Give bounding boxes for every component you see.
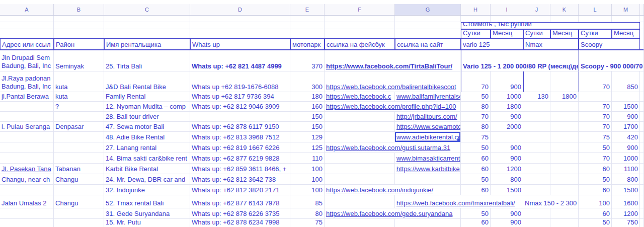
cell-L[interactable]: 100 <box>579 195 612 208</box>
cell-E[interactable]: мотопарк <box>290 38 325 50</box>
cell-F[interactable]: https://web.facebook.com/balirentalbikes… <box>325 71 461 92</box>
cell-C[interactable]: 12. Nyoman Mudita – comp <box>104 102 190 112</box>
cell-N[interactable] <box>640 71 644 92</box>
cell-D[interactable]: Whats up: +62 812 3642 738 <box>190 174 290 185</box>
cell-L[interactable]: 60 <box>579 185 612 195</box>
column-header-H[interactable]: H <box>461 4 491 15</box>
cell-C[interactable]: 32. Indojunke <box>104 185 190 195</box>
cell-F[interactable]: https://web.facebook.com/indojunkie/ <box>325 185 461 195</box>
cell-C[interactable]: 52. Tmax rental Bali <box>104 195 190 208</box>
cell-L[interactable]: Сутки <box>579 29 612 38</box>
cell-N[interactable] <box>640 29 644 38</box>
fill-handle[interactable] <box>457 139 460 142</box>
column-header-J[interactable]: J <box>523 4 550 15</box>
cell-D[interactable] <box>190 16 290 22</box>
cell-H[interactable]: 70 <box>461 112 491 122</box>
cell-D[interactable]: Whats up: +62 878 6226 3735 <box>190 208 290 219</box>
cell-E[interactable]: 150 <box>290 112 325 122</box>
cell-K[interactable] <box>550 122 579 132</box>
cell-J[interactable] <box>523 102 550 112</box>
cell-E[interactable]: 150 <box>290 122 325 132</box>
cell-A[interactable]: l. Pulau Seranga <box>0 122 54 132</box>
cell-G[interactable]: https://www.sewamoto <box>395 122 461 132</box>
cell-M[interactable]: 750 <box>612 219 640 227</box>
cell-E[interactable]: 110 <box>290 153 325 164</box>
cell-K[interactable] <box>550 153 579 164</box>
cell-C[interactable]: 25. Tirta Bali <box>104 50 190 71</box>
cell-K[interactable] <box>550 219 579 227</box>
cell-H[interactable]: vario 125 <box>461 38 523 50</box>
cell-B[interactable]: Denpasar <box>54 122 104 132</box>
cell-C[interactable]: J&D Bali Rental Bike <box>104 71 190 92</box>
cell-J[interactable] <box>523 185 550 195</box>
cell-M[interactable]: 900 <box>612 142 640 153</box>
cell-H[interactable]: 60 <box>461 219 491 227</box>
cell-F[interactable]: https://web.facebook.c <box>325 92 395 102</box>
column-header-B[interactable]: B <box>54 4 104 15</box>
cell-M[interactable]: Месяц <box>612 29 640 38</box>
cell-G[interactable]: www.balifamilyrentalse <box>395 92 461 102</box>
cell-K[interactable] <box>550 174 579 185</box>
cell-N[interactable] <box>640 38 644 50</box>
cell-L[interactable]: Scoopy - 900 000/70 R <box>579 50 644 71</box>
cell-L[interactable]: 75 <box>579 132 612 142</box>
cell-J[interactable]: Nmax 150 - 2 300 <box>523 195 579 208</box>
cell-A[interactable] <box>0 22 54 29</box>
cell-L[interactable]: 70 <box>579 153 612 164</box>
cell-A[interactable]: Jalan Umalas 2 <box>0 195 54 208</box>
cell-M[interactable]: 1700 <box>612 122 640 132</box>
cell-E[interactable]: 160 <box>290 102 325 112</box>
cell-E[interactable]: 100 <box>290 164 325 174</box>
cell-E[interactable]: 100 <box>290 174 325 185</box>
cell-B[interactable] <box>54 22 104 29</box>
cell-D[interactable]: Whats up: +62 877 6219 9828 <box>190 153 290 164</box>
cell-J[interactable] <box>523 112 550 122</box>
cell-C[interactable]: 31. Gede Suryandana <box>104 208 190 219</box>
cell-D[interactable]: Whats up: +62 878 6234 7998 <box>190 219 290 227</box>
cell-F[interactable] <box>325 29 395 38</box>
cell-L[interactable]: 60 <box>579 164 612 174</box>
cell-D[interactable] <box>190 22 290 29</box>
cell-M[interactable]: 1500 <box>612 185 640 195</box>
column-header-F[interactable]: F <box>325 4 395 15</box>
cell-J[interactable] <box>523 122 550 132</box>
cell-B[interactable] <box>54 112 104 122</box>
cell-H[interactable]: 60 <box>461 164 491 174</box>
cell-N[interactable] <box>640 208 644 219</box>
cell-C[interactable]: 15. Mr. Putu <box>104 219 190 227</box>
cell-J[interactable]: Nmax <box>523 38 579 50</box>
cell-G[interactable]: https://www.karbitbike <box>395 164 461 174</box>
cell-F[interactable] <box>325 22 395 29</box>
cell-G[interactable]: www.bimasakticarrent <box>395 153 461 164</box>
cell-H[interactable]: 50 <box>461 208 491 219</box>
cell-F[interactable]: https://web.facebook.com/gusti.sutarma.3… <box>325 142 461 153</box>
cell-G[interactable]: https://web.facebook.com/tmaxrentalbali/ <box>395 195 523 208</box>
cell-F[interactable]: https://web.facebook.com/profile.php?id=… <box>325 102 461 112</box>
cell-A[interactable] <box>0 112 54 122</box>
cell-I[interactable]: 900 <box>491 153 523 164</box>
cell-G[interactable]: ссылка на сайт <box>395 38 461 50</box>
cell-A[interactable] <box>0 102 54 112</box>
cell-C[interactable]: 48. Adie Bike Rental <box>104 132 190 142</box>
cell-L[interactable]: Scoopy <box>579 38 640 50</box>
cell-D[interactable]: Whats up: +62 859 3611 8466, + <box>190 164 290 174</box>
cell-B[interactable]: Seminyak <box>54 50 104 71</box>
cell-F[interactable] <box>325 195 395 208</box>
cell-D[interactable]: Whats up +62 819-1676-6088 <box>190 71 290 92</box>
cell-J[interactable] <box>523 219 550 227</box>
column-header-M[interactable]: M <box>612 4 640 15</box>
cell-C[interactable]: 28. Bali tour driver <box>104 112 190 122</box>
cell-M[interactable]: 1500 <box>612 102 640 112</box>
cell-F[interactable]: https://www.facebook.com/TirtaBaliTour/ <box>325 50 461 71</box>
cell-N[interactable] <box>640 16 644 22</box>
cell-G[interactable] <box>395 174 461 185</box>
cell-C[interactable] <box>104 22 190 29</box>
cell-G[interactable]: www.adiebikerental.co <box>395 132 461 142</box>
cell-J[interactable] <box>523 153 550 164</box>
cell-J[interactable] <box>523 132 550 142</box>
cell-G[interactable] <box>395 16 461 22</box>
cell-B[interactable]: Changu <box>54 195 104 208</box>
cell-J[interactable] <box>523 71 550 92</box>
cell-M[interactable] <box>612 92 640 102</box>
cell-B[interactable] <box>54 153 104 164</box>
